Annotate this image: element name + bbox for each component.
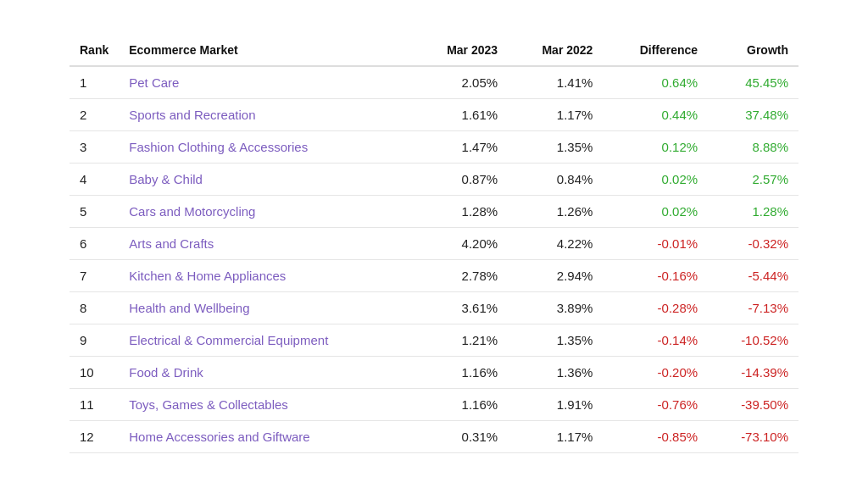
cell-rank: 2 [70, 99, 119, 131]
cell-difference: 0.02% [603, 196, 708, 228]
col-mar2023: Mar 2023 [413, 35, 508, 66]
cell-mar2022: 1.17% [508, 421, 603, 453]
cell-mar2023: 1.47% [413, 131, 508, 164]
table-row: 5 Cars and Motorcycling 1.28% 1.26% 0.02… [70, 196, 798, 228]
table-row: 12 Home Accessories and Giftware 0.31% 1… [70, 421, 798, 453]
cell-market: Kitchen & Home Appliances [119, 260, 413, 292]
cell-difference: 0.44% [603, 99, 708, 131]
cell-mar2022: 1.91% [508, 389, 603, 421]
table-row: 8 Health and Wellbeing 3.61% 3.89% -0.28… [70, 292, 798, 324]
col-growth: Growth [708, 35, 798, 66]
cell-growth: -39.50% [708, 389, 798, 421]
cell-market: Toys, Games & Collectables [119, 389, 413, 421]
cell-mar2023: 2.78% [413, 260, 508, 292]
table-container: Rank Ecommerce Market Mar 2023 Mar 2022 … [70, 35, 798, 453]
cell-difference: 0.12% [603, 131, 708, 164]
cell-mar2023: 1.21% [413, 324, 508, 357]
cell-mar2022: 1.17% [508, 99, 603, 131]
cell-market: Pet Care [119, 66, 413, 99]
cell-growth: -73.10% [708, 421, 798, 453]
cell-difference: 0.64% [603, 66, 708, 99]
cell-difference: -0.14% [603, 324, 708, 357]
table-header-row: Rank Ecommerce Market Mar 2023 Mar 2022 … [70, 35, 798, 66]
col-difference: Difference [603, 35, 708, 66]
cell-rank: 4 [70, 164, 119, 196]
table-row: 2 Sports and Recreation 1.61% 1.17% 0.44… [70, 99, 798, 131]
cell-mar2022: 1.36% [508, 357, 603, 389]
table-row: 3 Fashion Clothing & Accessories 1.47% 1… [70, 131, 798, 164]
cell-difference: -0.28% [603, 292, 708, 324]
cell-growth: 45.45% [708, 66, 798, 99]
cell-growth: 1.28% [708, 196, 798, 228]
table-row: 9 Electrical & Commercial Equipment 1.21… [70, 324, 798, 357]
cell-mar2023: 1.28% [413, 196, 508, 228]
cell-mar2022: 2.94% [508, 260, 603, 292]
ecommerce-table: Rank Ecommerce Market Mar 2023 Mar 2022 … [70, 35, 798, 453]
cell-rank: 7 [70, 260, 119, 292]
cell-growth: -10.52% [708, 324, 798, 357]
cell-mar2023: 1.16% [413, 357, 508, 389]
cell-difference: -0.76% [603, 389, 708, 421]
cell-mar2023: 1.16% [413, 389, 508, 421]
cell-difference: -0.16% [603, 260, 708, 292]
cell-rank: 6 [70, 228, 119, 260]
cell-market: Electrical & Commercial Equipment [119, 324, 413, 357]
cell-growth: 2.57% [708, 164, 798, 196]
cell-mar2022: 4.22% [508, 228, 603, 260]
cell-difference: -0.85% [603, 421, 708, 453]
cell-mar2022: 1.35% [508, 131, 603, 164]
cell-growth: 37.48% [708, 99, 798, 131]
cell-mar2022: 1.26% [508, 196, 603, 228]
cell-market: Cars and Motorcycling [119, 196, 413, 228]
cell-growth: -14.39% [708, 357, 798, 389]
cell-mar2022: 1.35% [508, 324, 603, 357]
col-rank: Rank [70, 35, 119, 66]
cell-difference: -0.20% [603, 357, 708, 389]
cell-market: Home Accessories and Giftware [119, 421, 413, 453]
cell-growth: -5.44% [708, 260, 798, 292]
cell-market: Health and Wellbeing [119, 292, 413, 324]
col-mar2022: Mar 2022 [508, 35, 603, 66]
table-row: 4 Baby & Child 0.87% 0.84% 0.02% 2.57% [70, 164, 798, 196]
cell-difference: -0.01% [603, 228, 708, 260]
cell-rank: 9 [70, 324, 119, 357]
table-row: 10 Food & Drink 1.16% 1.36% -0.20% -14.3… [70, 357, 798, 389]
cell-market: Sports and Recreation [119, 99, 413, 131]
cell-market: Food & Drink [119, 357, 413, 389]
cell-mar2022: 1.41% [508, 66, 603, 99]
table-row: 11 Toys, Games & Collectables 1.16% 1.91… [70, 389, 798, 421]
cell-mar2023: 0.31% [413, 421, 508, 453]
col-market: Ecommerce Market [119, 35, 413, 66]
cell-growth: -0.32% [708, 228, 798, 260]
cell-mar2023: 3.61% [413, 292, 508, 324]
cell-mar2023: 0.87% [413, 164, 508, 196]
cell-mar2023: 1.61% [413, 99, 508, 131]
cell-rank: 3 [70, 131, 119, 164]
cell-rank: 1 [70, 66, 119, 99]
cell-market: Arts and Crafts [119, 228, 413, 260]
table-row: 7 Kitchen & Home Appliances 2.78% 2.94% … [70, 260, 798, 292]
table-row: 6 Arts and Crafts 4.20% 4.22% -0.01% -0.… [70, 228, 798, 260]
cell-rank: 5 [70, 196, 119, 228]
cell-rank: 11 [70, 389, 119, 421]
cell-rank: 12 [70, 421, 119, 453]
cell-mar2022: 3.89% [508, 292, 603, 324]
cell-rank: 8 [70, 292, 119, 324]
cell-mar2023: 4.20% [413, 228, 508, 260]
cell-growth: -7.13% [708, 292, 798, 324]
table-row: 1 Pet Care 2.05% 1.41% 0.64% 45.45% [70, 66, 798, 99]
cell-rank: 10 [70, 357, 119, 389]
cell-mar2022: 0.84% [508, 164, 603, 196]
cell-mar2023: 2.05% [413, 66, 508, 99]
cell-market: Baby & Child [119, 164, 413, 196]
cell-market: Fashion Clothing & Accessories [119, 131, 413, 164]
cell-growth: 8.88% [708, 131, 798, 164]
cell-difference: 0.02% [603, 164, 708, 196]
